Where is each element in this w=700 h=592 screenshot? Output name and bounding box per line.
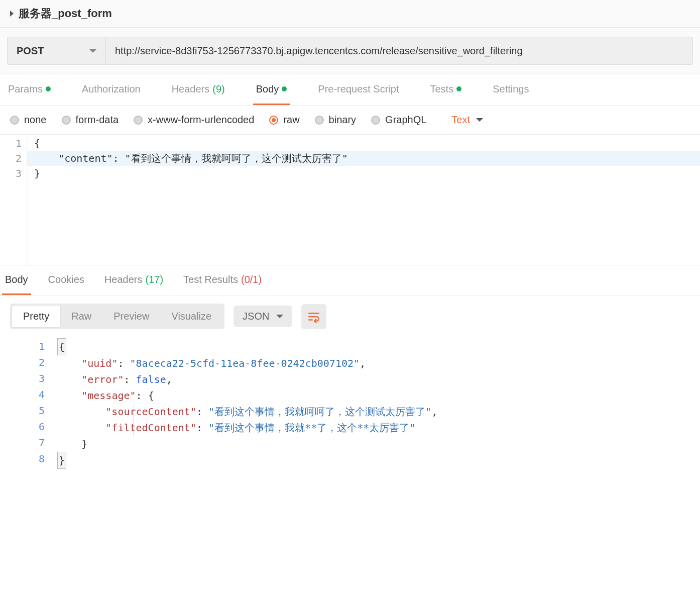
view-pretty-label: Pretty [23,311,49,322]
line-number: 4 [0,386,45,403]
body-opt-none-label: none [24,114,47,126]
wrap-lines-button[interactable] [301,304,326,329]
request-body-editor[interactable]: 1 2 3 { "content": "看到这个事情，我就呵呵了，这个测试太厉害… [0,135,700,265]
line-number: 3 [0,370,45,386]
res-tab-testresults[interactable]: Test Results (0/1) [180,265,265,295]
tab-auth-label: Authorization [82,83,141,95]
view-preview[interactable]: Preview [102,306,160,327]
line-number: 6 [0,419,45,435]
url-input[interactable]: http://service-8d3fi753-1256773370.bj.ap… [105,37,693,65]
response-format-label: JSON [243,311,269,322]
http-method-select[interactable]: POST [7,37,105,65]
url-text: http://service-8d3fi753-1256773370.bj.ap… [115,45,523,57]
view-mode-segmented: Pretty Raw Preview Visualize [10,304,224,329]
tab-tests[interactable]: Tests [427,74,464,105]
tab-params-label: Params [8,83,43,95]
res-tab-cookies[interactable]: Cookies [45,265,87,295]
body-opt-xwww[interactable]: x-www-form-urlencoded [134,114,254,126]
radio-icon [134,116,143,125]
headers-count: (9) [212,83,224,95]
viewer-code[interactable]: { "uuid": "8aceca22-5cfd-11ea-8fee-0242c… [52,337,700,470]
res-tab-cookies-label: Cookies [48,274,84,285]
content-type-label: Text [451,114,470,126]
body-opt-binary-label: binary [329,114,356,126]
line-number: 2 [0,151,22,166]
tab-authorization[interactable]: Authorization [79,74,144,105]
tab-tests-label: Tests [430,83,453,95]
request-tabs: Params Authorization Headers (9) Body Pr… [0,74,700,106]
view-visualize[interactable]: Visualize [160,306,222,327]
res-tab-headers[interactable]: Headers (17) [101,265,166,295]
request-name: 服务器_post_form [19,6,112,21]
dot-icon [456,86,461,91]
radio-icon [269,116,278,125]
view-raw-label: Raw [71,311,91,322]
body-opt-formdata-label: form-data [76,114,119,126]
collapse-caret-icon [10,11,14,17]
view-pretty[interactable]: Pretty [12,306,60,327]
code-line: "filtedContent": "看到这个事情，我就**了，这个**太厉害了" [52,420,700,436]
tab-headers-label: Headers [172,83,210,95]
view-raw[interactable]: Raw [60,306,102,327]
res-tab-testresults-label: Test Results [183,274,238,285]
radio-icon [10,116,19,125]
res-tab-body[interactable]: Body [2,265,31,295]
tab-headers[interactable]: Headers (9) [169,74,228,105]
radio-icon [371,116,380,125]
response-toolbar: Pretty Raw Preview Visualize JSON [0,295,700,337]
chevron-down-icon [276,315,283,318]
viewer-gutter: 1 2 3 4 5 6 7 8 [0,337,52,470]
response-format-select[interactable]: JSON [234,306,292,327]
line-number: 8 [0,451,45,467]
line-number: 7 [0,435,45,451]
radio-icon [315,116,324,125]
method-url-row: POST http://service-8d3fi753-1256773370.… [0,28,700,74]
wrap-icon [307,310,320,323]
body-opt-raw[interactable]: raw [269,114,299,126]
body-type-options: none form-data x-www-form-urlencoded raw… [0,106,700,135]
view-preview-label: Preview [113,311,149,322]
chevron-down-icon [476,118,483,122]
tab-params[interactable]: Params [5,74,54,105]
res-tab-body-label: Body [5,274,28,285]
code-line: "uuid": "8aceca22-5cfd-11ea-8fee-0242cb0… [52,355,700,371]
view-visualize-label: Visualize [171,311,211,322]
line-number: 3 [0,166,22,181]
radio-icon [62,116,71,125]
tab-settings-label: Settings [493,83,529,95]
http-method-label: POST [17,45,44,57]
body-opt-none[interactable]: none [10,114,47,126]
tab-prerequest[interactable]: Pre-request Script [315,74,402,105]
code-line: } [52,436,700,452]
chevron-down-icon [89,49,96,53]
code-line: { [52,338,700,355]
body-opt-graphql[interactable]: GraphQL [371,114,426,126]
body-opt-graphql-label: GraphQL [385,114,426,126]
dot-icon [282,86,287,91]
body-opt-xwww-label: x-www-form-urlencoded [148,114,254,126]
editor-code[interactable]: { "content": "看到这个事情，我就呵呵了，这个测试太厉害了" } [27,135,700,265]
tab-body[interactable]: Body [253,74,290,105]
code-line: } [27,166,700,181]
request-title-bar[interactable]: 服务器_post_form [0,0,700,28]
line-number: 1 [0,338,45,354]
tab-settings[interactable]: Settings [490,74,532,105]
code-line: "content": "看到这个事情，我就呵呵了，这个测试太厉害了" [27,151,700,166]
tab-prereq-label: Pre-request Script [318,83,399,95]
response-tabs: Body Cookies Headers (17) Test Results (… [0,265,700,295]
body-opt-binary[interactable]: binary [315,114,356,126]
content-type-select[interactable]: Text [451,114,483,126]
editor-gutter: 1 2 3 [0,135,27,265]
res-headers-count: (17) [145,274,163,285]
code-line: { [27,136,700,151]
dot-icon [46,86,51,91]
line-number: 1 [0,136,22,151]
res-tab-headers-label: Headers [104,274,143,285]
response-body-viewer[interactable]: 1 2 3 4 5 6 7 8 { "uuid": "8aceca22-5cfd… [0,337,700,470]
code-line: "message": { [52,387,700,404]
tab-body-label: Body [256,83,279,95]
res-testresults-count: (0/1) [241,274,262,285]
body-opt-formdata[interactable]: form-data [62,114,119,126]
line-number: 5 [0,403,45,419]
code-line: "sourceContent": "看到这个事情，我就呵呵了，这个测试太厉害了"… [52,404,700,420]
